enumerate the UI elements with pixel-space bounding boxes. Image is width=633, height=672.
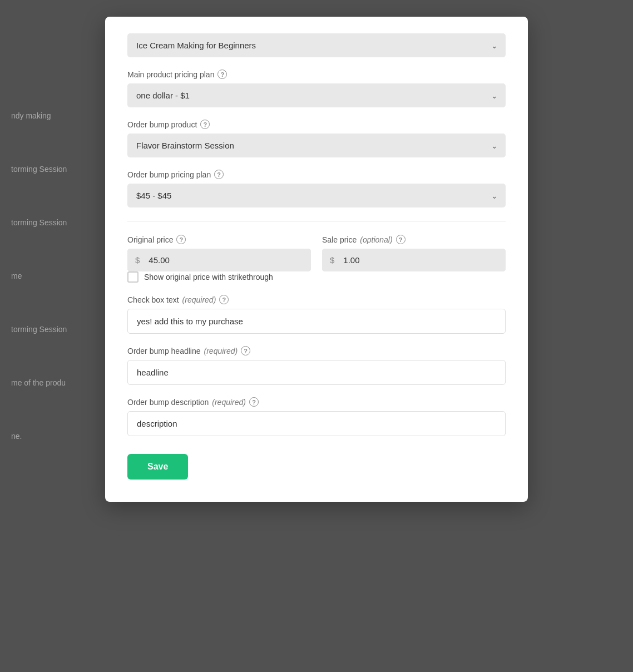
main-product-select-wrapper: Ice Cream Making for Beginners ⌄ xyxy=(127,33,506,57)
sale-price-group: Sale price (optional) ? $ xyxy=(322,235,506,271)
order-bump-product-help-icon[interactable]: ? xyxy=(200,120,210,129)
strikethrough-checkbox-label[interactable]: Show original price with strikethrough xyxy=(144,273,273,281)
description-group: Order bump description (required) ? xyxy=(127,397,506,436)
order-bump-pricing-plan-help-icon[interactable]: ? xyxy=(214,170,224,179)
order-bump-product-select[interactable]: Flavor Brainstorm Session xyxy=(127,134,506,157)
pricing-plan-group: Main product pricing plan ? one dollar -… xyxy=(127,70,506,107)
order-bump-product-group: Order bump product ? Flavor Brainstorm S… xyxy=(127,120,506,157)
sidebar-item-7: ne. xyxy=(11,432,78,441)
order-bump-product-select-wrapper: Flavor Brainstorm Session ⌄ xyxy=(127,134,506,157)
original-price-input[interactable] xyxy=(146,249,311,271)
headline-help-icon[interactable]: ? xyxy=(241,346,250,355)
main-product-group: Ice Cream Making for Beginners ⌄ xyxy=(127,33,506,57)
sale-price-input-wrapper: $ xyxy=(322,249,506,271)
pricing-plan-select[interactable]: one dollar - $1 xyxy=(127,83,506,107)
original-price-help-icon[interactable]: ? xyxy=(176,235,186,244)
description-label: Order bump description (required) ? xyxy=(127,397,506,407)
sidebar-item-2: torming Session xyxy=(11,165,78,174)
price-row: Original price ? $ Sale price (optional)… xyxy=(127,235,506,271)
sale-price-input[interactable] xyxy=(341,249,506,271)
save-button[interactable]: Save xyxy=(127,454,188,480)
section-divider xyxy=(127,221,506,221)
order-bump-pricing-plan-label: Order bump pricing plan ? xyxy=(127,170,506,179)
sidebar-item-1: ndy making xyxy=(11,111,78,120)
order-bump-product-label: Order bump product ? xyxy=(127,120,506,129)
strikethrough-checkbox-row: Show original price with strikethrough xyxy=(127,271,506,283)
sidebar-item-4: me xyxy=(11,271,78,280)
modal-container: Ice Cream Making for Beginners ⌄ Main pr… xyxy=(105,17,528,502)
checkbox-text-label: Check box text (required) ? xyxy=(127,295,506,304)
original-price-group: Original price ? $ xyxy=(127,235,311,271)
original-price-input-wrapper: $ xyxy=(127,249,311,271)
pricing-plan-select-wrapper: one dollar - $1 ⌄ xyxy=(127,83,506,107)
order-bump-pricing-plan-select[interactable]: $45 - $45 xyxy=(127,184,506,207)
original-price-currency-symbol: $ xyxy=(127,249,146,271)
order-bump-pricing-plan-select-wrapper: $45 - $45 ⌄ xyxy=(127,184,506,207)
headline-group: Order bump headline (required) ? xyxy=(127,346,506,385)
strikethrough-checkbox[interactable] xyxy=(127,271,139,283)
sidebar-item-6: me of the produ xyxy=(11,378,78,387)
description-help-icon[interactable]: ? xyxy=(249,397,259,407)
original-price-label: Original price ? xyxy=(127,235,311,244)
headline-input[interactable] xyxy=(127,360,506,385)
pricing-plan-label: Main product pricing plan ? xyxy=(127,70,506,79)
sale-price-currency-symbol: $ xyxy=(322,249,341,271)
sale-price-help-icon[interactable]: ? xyxy=(396,235,405,244)
checkbox-text-group: Check box text (required) ? xyxy=(127,295,506,334)
description-input[interactable] xyxy=(127,411,506,436)
sale-price-label: Sale price (optional) ? xyxy=(322,235,506,244)
pricing-plan-help-icon[interactable]: ? xyxy=(217,70,227,79)
checkbox-text-input[interactable] xyxy=(127,309,506,334)
sidebar: ndy making torming Session torming Sessi… xyxy=(11,0,78,672)
main-product-select[interactable]: Ice Cream Making for Beginners xyxy=(127,33,506,57)
order-bump-pricing-plan-group: Order bump pricing plan ? $45 - $45 ⌄ xyxy=(127,170,506,207)
checkbox-text-help-icon[interactable]: ? xyxy=(219,295,229,304)
sidebar-item-3: torming Session xyxy=(11,218,78,227)
sidebar-item-5: torming Session xyxy=(11,325,78,334)
headline-label: Order bump headline (required) ? xyxy=(127,346,506,355)
